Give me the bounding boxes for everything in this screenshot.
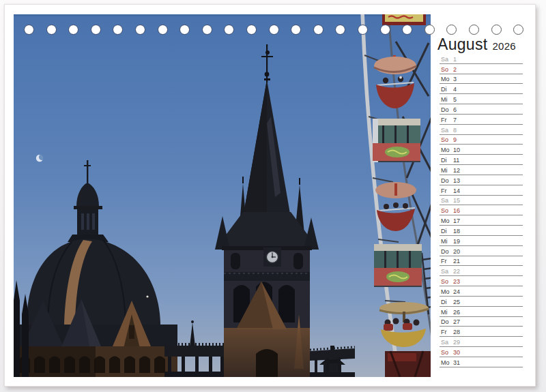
punch-hole xyxy=(135,25,145,35)
day-abbreviation: So xyxy=(441,66,452,73)
punch-hole xyxy=(158,25,168,35)
day-number: 7 xyxy=(453,117,457,123)
day-number: 6 xyxy=(453,106,457,113)
punch-hole xyxy=(335,25,345,35)
day-abbreviation: Mi xyxy=(441,167,452,174)
day-number: 26 xyxy=(453,309,460,316)
calendar-day-row: Sa15 xyxy=(440,196,523,206)
calendar-day-row: Di11 xyxy=(440,155,523,165)
paper-sheet: August 2026 Sa1So2Mo3Di4Mi5Do6Fr7Sa8So9M… xyxy=(4,4,536,387)
day-number: 1 xyxy=(453,56,457,63)
punch-hole xyxy=(46,25,57,35)
day-abbreviation: Fr xyxy=(441,329,452,335)
day-abbreviation: Di xyxy=(441,157,452,164)
punch-hole xyxy=(313,25,324,35)
calendar-day-row: So2 xyxy=(440,64,523,74)
calendar-photo xyxy=(14,14,431,377)
day-number: 18 xyxy=(453,228,460,235)
punch-hole xyxy=(91,25,101,35)
day-abbreviation: Do xyxy=(441,318,452,325)
punch-hole xyxy=(68,25,78,35)
day-abbreviation: Mi xyxy=(441,309,452,316)
day-number: 25 xyxy=(453,299,460,305)
calendar-day-row: Mo3 xyxy=(440,74,523,85)
day-number: 4 xyxy=(453,86,457,93)
day-number: 22 xyxy=(453,268,460,275)
calendar-day-row: Di4 xyxy=(440,84,523,94)
day-abbreviation: Mo xyxy=(441,76,452,82)
punch-hole xyxy=(358,25,368,35)
calendar-day-row: Mi19 xyxy=(440,236,523,246)
gondola-cabin-upper xyxy=(373,119,420,162)
calendar-day-row: Mo10 xyxy=(440,145,523,155)
day-abbreviation: So xyxy=(441,278,452,285)
punch-hole xyxy=(446,25,457,35)
month-label: August xyxy=(437,35,487,54)
calendar-day-row: Fr21 xyxy=(440,256,523,267)
punch-hole xyxy=(202,25,212,35)
calendar-day-row: Di25 xyxy=(440,297,523,307)
punch-hole xyxy=(246,25,257,35)
calendar-day-row: Sa22 xyxy=(440,266,523,276)
day-number: 12 xyxy=(453,167,460,174)
day-abbreviation: So xyxy=(441,349,452,356)
calendar-day-row: Sa8 xyxy=(440,125,523,135)
day-abbreviation: So xyxy=(441,207,452,214)
calendar-day-row: Do13 xyxy=(440,175,523,185)
day-number: 28 xyxy=(453,329,460,335)
day-abbreviation: Di xyxy=(441,228,452,235)
calendar-day-row: Sa1 xyxy=(440,54,523,64)
calendar-day-row: So30 xyxy=(440,347,523,357)
day-number: 20 xyxy=(453,248,460,255)
punch-hole xyxy=(402,25,412,35)
punch-hole xyxy=(469,25,479,35)
calendar-day-row: Fr14 xyxy=(440,185,523,196)
calendar-day-row: Mi5 xyxy=(440,94,523,104)
punch-hole xyxy=(425,25,435,35)
day-number: 21 xyxy=(453,258,460,265)
punch-hole xyxy=(380,25,390,35)
day-abbreviation: Mi xyxy=(441,238,452,245)
day-abbreviation: Mo xyxy=(441,359,452,366)
punch-hole xyxy=(24,25,34,35)
calendar-day-row: Do20 xyxy=(440,246,523,256)
calendar-day-row: Mi12 xyxy=(440,165,523,175)
day-abbreviation: Mi xyxy=(441,96,452,103)
day-abbreviation: Di xyxy=(441,86,452,93)
calendar-day-row: Mo24 xyxy=(440,286,523,297)
gondola-cabin-lower xyxy=(374,244,422,287)
day-abbreviation: Sa xyxy=(441,197,452,204)
day-abbreviation: Do xyxy=(441,248,452,255)
day-abbreviation: Mo xyxy=(441,147,452,153)
calendar-page: August 2026 Sa1So2Mo3Di4Mi5Do6Fr7Sa8So9M… xyxy=(0,0,546,392)
day-number: 17 xyxy=(453,217,460,224)
punch-hole xyxy=(113,25,123,35)
day-number: 19 xyxy=(453,238,460,245)
day-number: 24 xyxy=(453,288,460,295)
day-abbreviation: Fr xyxy=(441,258,452,265)
calendar-day-row: Sa29 xyxy=(440,337,523,347)
calendar-day-row: Mi26 xyxy=(440,307,523,317)
day-number: 27 xyxy=(453,318,460,325)
wheel-base-structure xyxy=(385,351,431,377)
calendar-day-row: So9 xyxy=(440,135,523,145)
punch-hole xyxy=(291,25,301,35)
calendar-day-row: Fr28 xyxy=(440,327,523,337)
calendar-day-row: Mo31 xyxy=(440,357,523,367)
day-number: 13 xyxy=(453,177,460,184)
month-header: August 2026 xyxy=(437,35,516,54)
day-number: 10 xyxy=(453,147,460,153)
day-abbreviation: Sa xyxy=(441,339,452,346)
day-number: 31 xyxy=(453,359,460,366)
day-abbreviation: Sa xyxy=(441,127,452,134)
day-abbreviation: Do xyxy=(441,106,452,113)
day-number: 23 xyxy=(453,278,460,285)
day-number: 3 xyxy=(453,76,457,82)
day-abbreviation: Do xyxy=(441,177,452,184)
calendar-day-row: Di18 xyxy=(440,226,523,236)
day-abbreviation: Di xyxy=(441,299,452,305)
day-abbreviation: So xyxy=(441,136,452,143)
year-label: 2026 xyxy=(492,40,516,52)
day-number: 9 xyxy=(453,136,457,143)
punch-hole xyxy=(491,25,502,35)
